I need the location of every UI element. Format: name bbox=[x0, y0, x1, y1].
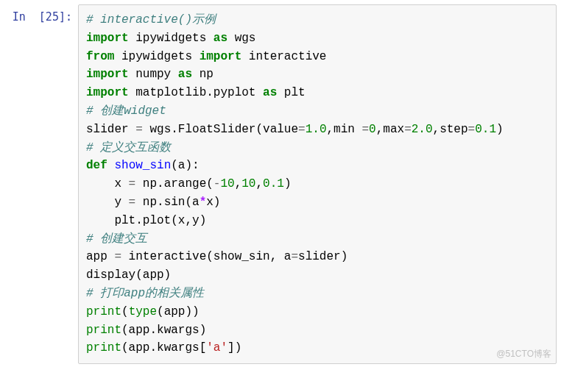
operator: = bbox=[135, 123, 143, 136]
builtin-print: print bbox=[86, 324, 121, 337]
operator: = bbox=[298, 123, 306, 136]
number: 10 bbox=[241, 177, 255, 190]
keyword-as: as bbox=[214, 32, 227, 45]
code-token: x bbox=[114, 177, 128, 190]
keyword-def: def bbox=[86, 159, 107, 172]
operator: = bbox=[404, 123, 412, 136]
builtin-print: print bbox=[86, 305, 121, 318]
operator: = bbox=[468, 123, 476, 136]
operator-star: * bbox=[200, 196, 207, 209]
code-token: (a): bbox=[171, 159, 199, 172]
keyword-import: import bbox=[200, 50, 242, 63]
operator: = bbox=[362, 123, 370, 136]
code-token: np bbox=[192, 68, 214, 81]
keyword-import: import bbox=[86, 68, 129, 81]
code-comment: # 打印app的相关属性 bbox=[86, 287, 204, 300]
code-token: np.sin(a bbox=[135, 196, 199, 209]
code-token: ipywidgets bbox=[114, 50, 199, 63]
number: 1.0 bbox=[306, 123, 327, 136]
code-token: np.arange( bbox=[135, 177, 214, 190]
watermark: @51CTO博客 bbox=[496, 347, 551, 361]
code-token: ipywidgets bbox=[129, 32, 214, 45]
code-token: , bbox=[255, 177, 263, 190]
operator: = bbox=[129, 177, 136, 190]
operator: = bbox=[291, 250, 298, 263]
keyword-as: as bbox=[263, 86, 277, 99]
code-token: ,max bbox=[376, 123, 404, 136]
number: 0.1 bbox=[263, 177, 284, 190]
code-token: x) bbox=[206, 196, 220, 209]
code-token: ) bbox=[496, 123, 504, 136]
number: 0 bbox=[369, 123, 376, 136]
keyword-import: import bbox=[86, 86, 129, 99]
indent bbox=[86, 196, 114, 209]
code-comment: # interactive()示例 bbox=[86, 13, 216, 26]
code-token: ]) bbox=[227, 341, 241, 354]
builtin-type: type bbox=[129, 305, 157, 318]
keyword-as: as bbox=[178, 68, 192, 81]
number: 0.1 bbox=[475, 123, 496, 136]
code-token: app bbox=[86, 250, 114, 263]
code-comment: # 创建交互 bbox=[86, 232, 147, 246]
code-token: ( bbox=[121, 305, 129, 318]
code-token: , bbox=[235, 177, 242, 190]
code-token: slider) bbox=[298, 250, 347, 263]
code-token: (app.kwargs) bbox=[121, 324, 206, 337]
code-token bbox=[107, 159, 115, 172]
code-token: ,min bbox=[326, 123, 361, 136]
operator: = bbox=[129, 196, 136, 209]
indent bbox=[86, 214, 114, 227]
indent bbox=[86, 177, 114, 190]
code-token: interactive(show_sin, a bbox=[121, 250, 291, 263]
code-token: wgs.FloatSlider(value bbox=[143, 123, 298, 136]
function-name: show_sin bbox=[114, 159, 171, 172]
notebook-cell: In [25]: # interactive()示例 import ipywid… bbox=[4, 4, 557, 364]
code-token: y bbox=[114, 196, 128, 209]
code-comment: # 定义交互函数 bbox=[86, 141, 171, 154]
string: 'a' bbox=[206, 341, 227, 354]
code-token: (app)) bbox=[157, 305, 200, 318]
operator: - bbox=[214, 177, 221, 190]
code-token: plt bbox=[277, 86, 305, 99]
operator: = bbox=[114, 250, 121, 263]
number: 10 bbox=[220, 177, 234, 190]
code-token: (app.kwargs[ bbox=[121, 341, 206, 354]
input-prompt: In [25]: bbox=[4, 4, 78, 24]
code-input-area[interactable]: # interactive()示例 import ipywidgets as w… bbox=[78, 4, 557, 364]
code-token: matplotlib.pyplot bbox=[129, 86, 263, 99]
code-token: display(app) bbox=[86, 268, 171, 282]
keyword-from: from bbox=[86, 50, 114, 63]
code-token: slider bbox=[86, 123, 135, 136]
builtin-print: print bbox=[86, 341, 121, 354]
code-comment: # 创建widget bbox=[86, 104, 166, 118]
code-token: numpy bbox=[129, 68, 178, 81]
code-token: ,step bbox=[433, 123, 468, 136]
code-token: wgs bbox=[227, 32, 255, 45]
keyword-import: import bbox=[86, 32, 129, 45]
code-token: ) bbox=[284, 177, 292, 190]
number: 2.0 bbox=[412, 123, 433, 136]
code-token: interactive bbox=[241, 50, 326, 63]
code-token: plt.plot(x,y) bbox=[114, 214, 206, 227]
